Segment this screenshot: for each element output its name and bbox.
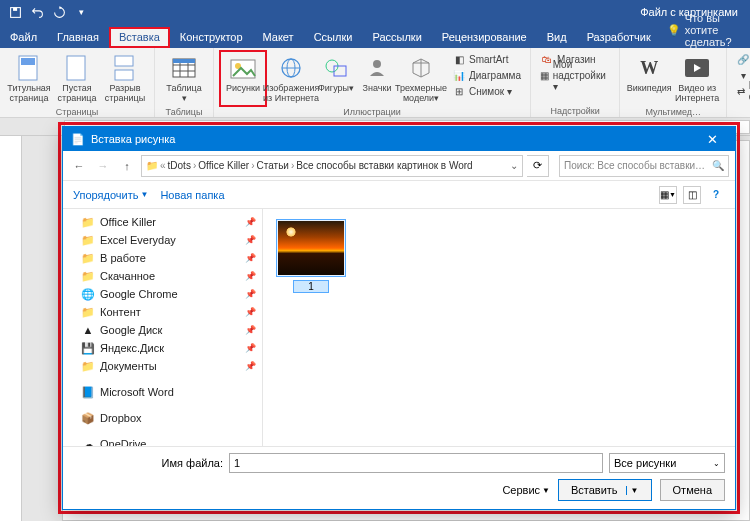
3d-models-label: Трехмерные модели▾ [395, 84, 447, 104]
forward-button[interactable]: → [93, 156, 113, 176]
tree-item[interactable]: 📁Excel Everyday📌 [63, 231, 262, 249]
tree-item[interactable]: 📁Контент📌 [63, 303, 262, 321]
qat-customize-button[interactable]: ▾ [72, 3, 90, 21]
dialog-titlebar[interactable]: 📄 Вставка рисунка ✕ [63, 127, 735, 151]
redo-button[interactable] [50, 3, 68, 21]
my-addins-button[interactable]: ▦Мои надстройки ▾ [537, 67, 613, 83]
crumb[interactable]: Office Killer [198, 160, 249, 171]
tree-item[interactable]: 🌐Google Chrome📌 [63, 285, 262, 303]
help-button[interactable]: ? [707, 186, 725, 204]
vertical-ruler[interactable] [0, 136, 22, 521]
dialog-toolbar: Упорядочить▼ Новая папка ▦▼ ◫ ? [63, 181, 735, 209]
titlebar: ▾ Файл с картинками [0, 0, 750, 24]
tree-item[interactable]: 💾Яндекс.Диск📌 [63, 339, 262, 357]
smartart-button[interactable]: ◧SmartArt [449, 51, 524, 67]
preview-pane-button[interactable]: ◫ [683, 186, 701, 204]
cover-page-button[interactable]: Титульная страница [6, 51, 52, 106]
tree-item[interactable]: 📦Dropbox [63, 409, 262, 427]
up-button[interactable]: ↑ [117, 156, 137, 176]
insert-button[interactable]: Вставить▼ [558, 479, 652, 501]
tree-item-label: Яндекс.Диск [100, 342, 164, 354]
crumb[interactable]: Статьи [257, 160, 289, 171]
tab-mailings[interactable]: Рассылки [362, 27, 431, 48]
page-break-label: Разрыв страницы [105, 84, 145, 104]
wikipedia-icon: W [634, 53, 664, 83]
ribbon-group-addins: 🛍Магазин ▦Мои надстройки ▾ Надстройки [531, 48, 620, 117]
tell-me-label: Что вы хотите сделать? [685, 12, 750, 48]
filetype-filter[interactable]: Все рисунки⌄ [609, 453, 725, 473]
folder-icon: 📁 [146, 160, 158, 171]
view-mode-button[interactable]: ▦▼ [659, 186, 677, 204]
folder-tree[interactable]: 📁Office Killer📌📁Excel Everyday📌📁В работе… [63, 209, 263, 446]
illustrations-group-label: Иллюстрации [220, 106, 524, 118]
pin-icon: 📌 [245, 361, 256, 371]
bookmark-button[interactable]: ▾Закладка [733, 67, 750, 83]
tab-developer[interactable]: Разработчик [577, 27, 661, 48]
new-folder-button[interactable]: Новая папка [160, 189, 224, 201]
tell-me-box[interactable]: 💡 Что вы хотите сделать? [667, 12, 750, 48]
wikipedia-button[interactable]: WВикипедия [626, 51, 672, 106]
cancel-button[interactable]: Отмена [660, 479, 725, 501]
shapes-button[interactable]: Фигуры▾ [316, 51, 356, 106]
tree-item[interactable]: 📁В работе📌 [63, 249, 262, 267]
insert-dropdown[interactable]: ▼ [626, 486, 639, 495]
service-button[interactable]: Сервис▼ [502, 484, 550, 496]
chevron-down-icon[interactable]: ⌄ [510, 160, 518, 171]
tree-item[interactable]: 📁Office Killer📌 [63, 213, 262, 231]
tab-references[interactable]: Ссылки [304, 27, 363, 48]
tab-file[interactable]: Файл [0, 27, 47, 48]
filename-input[interactable] [229, 453, 603, 473]
pin-icon: 📌 [245, 217, 256, 227]
refresh-button[interactable]: ⟳ [527, 155, 549, 177]
breadcrumb[interactable]: 📁 « tDots› Office Killer› Статьи› Все сп… [141, 155, 523, 177]
table-button[interactable]: Таблица ▾ [161, 51, 207, 106]
icons-icon [362, 53, 392, 83]
online-video-button[interactable]: Видео из Интернета [674, 51, 720, 106]
svg-rect-4 [67, 56, 85, 80]
tab-review[interactable]: Рецензирование [432, 27, 537, 48]
chrome-icon: 🌐 [81, 287, 95, 301]
file-list[interactable]: 1 [263, 209, 735, 446]
pictures-button[interactable]: Рисунки [220, 51, 266, 106]
pin-icon: 📌 [245, 343, 256, 353]
online-pictures-button[interactable]: Изображения из Интернета [268, 51, 314, 106]
tab-view[interactable]: Вид [537, 27, 577, 48]
blank-page-button[interactable]: Пустая страница [54, 51, 100, 106]
chart-button[interactable]: 📊Диаграмма [449, 67, 524, 83]
search-placeholder: Поиск: Все способы вставки… [564, 160, 708, 171]
blank-page-icon [62, 53, 92, 83]
screenshot-button[interactable]: ⊞Снимок ▾ [449, 83, 524, 99]
3d-models-button[interactable]: Трехмерные модели▾ [398, 51, 444, 106]
file-item[interactable]: 1 [273, 219, 349, 293]
dialog-nav: ← → ↑ 📁 « tDots› Office Killer› Статьи› … [63, 151, 735, 181]
search-input[interactable]: Поиск: Все способы вставки… 🔍 [559, 155, 729, 177]
close-button[interactable]: ✕ [697, 132, 727, 147]
cover-page-label: Титульная страница [7, 84, 50, 104]
folder-icon: 📁 [81, 305, 95, 319]
tree-item[interactable]: 📁Скачанное📌 [63, 267, 262, 285]
ribbon: Титульная страница Пустая страница Разры… [0, 48, 750, 118]
organize-button[interactable]: Упорядочить▼ [73, 189, 148, 201]
tab-home[interactable]: Главная [47, 27, 109, 48]
tree-item[interactable]: ▲Google Диск📌 [63, 321, 262, 339]
onedrive-icon: ☁ [81, 437, 95, 446]
crossref-button[interactable]: ⇄Перекрестная ссылка [733, 83, 750, 99]
tree-item[interactable]: 📘Microsoft Word [63, 383, 262, 401]
tree-item[interactable]: 📁Документы📌 [63, 357, 262, 375]
page-break-button[interactable]: Разрыв страницы [102, 51, 148, 106]
tree-item[interactable]: ☁OneDrive [63, 435, 262, 446]
screenshot-label: Снимок ▾ [469, 86, 512, 97]
shapes-label: Фигуры▾ [318, 84, 354, 94]
undo-button[interactable] [28, 3, 46, 21]
crumb[interactable]: Все способы вставки картинок в Word [296, 160, 472, 171]
icons-button[interactable]: Значки [358, 51, 396, 106]
back-button[interactable]: ← [69, 156, 89, 176]
chart-icon: 📊 [452, 68, 466, 82]
filename-label: Имя файла: [73, 457, 223, 469]
save-button[interactable] [6, 3, 24, 21]
tab-design[interactable]: Конструктор [170, 27, 253, 48]
crumb[interactable]: tDots [168, 160, 191, 171]
tab-insert[interactable]: Вставка [109, 27, 170, 48]
tab-layout[interactable]: Макет [253, 27, 304, 48]
link-button[interactable]: 🔗Ссылка ▾ [733, 51, 750, 67]
